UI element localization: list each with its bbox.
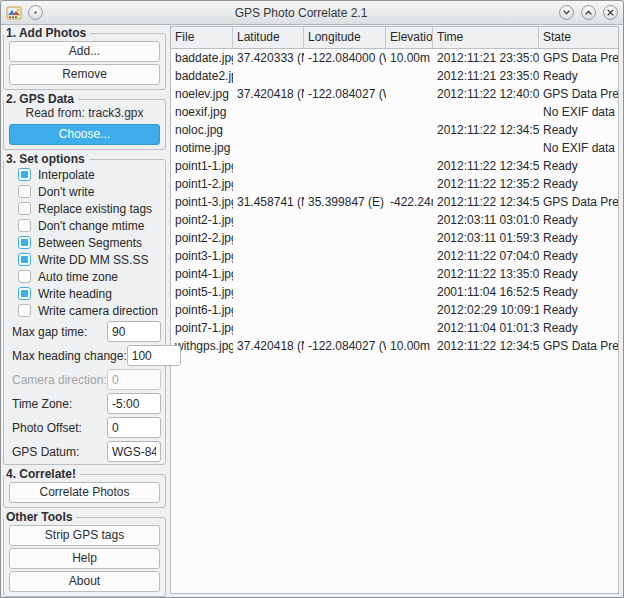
cell-file: point1-2.jpg: [171, 175, 233, 193]
table-row[interactable]: point3-1.jpg2012:11:22 07:04:00Ready: [171, 247, 618, 265]
close-button[interactable]: [603, 5, 618, 20]
checkbox-checked-icon[interactable]: [18, 287, 31, 300]
cell-elevation: [386, 157, 433, 175]
group-label-gps-data: 2. GPS Data: [4, 93, 78, 106]
cell-state: Ready: [539, 121, 618, 139]
cell-latitude: 37.420418 (N): [233, 85, 304, 103]
table-row[interactable]: notime.jpgNo EXIF data: [171, 139, 618, 157]
table-row[interactable]: point6-1.jpg2012:02:29 10:09:14Ready: [171, 301, 618, 319]
column-header-file[interactable]: File: [171, 27, 233, 48]
table-row[interactable]: point2-2.jpg2012:03:11 01:59:30Ready: [171, 229, 618, 247]
checkbox-unchecked-icon[interactable]: [18, 185, 31, 198]
cell-time: 2012:03:11 01:59:30: [433, 229, 539, 247]
option-write-heading[interactable]: Write heading: [18, 286, 162, 301]
cell-elevation: [386, 283, 433, 301]
cell-longitude: [304, 103, 386, 121]
table-row[interactable]: point2-1.jpg2012:03:11 03:01:00Ready: [171, 211, 618, 229]
option-replace-existing-tags[interactable]: Replace existing tags: [18, 201, 162, 216]
table-row[interactable]: baddate.jpg37.420333 (N)-122.084000 (W)1…: [171, 49, 618, 67]
cell-latitude: [233, 283, 304, 301]
cell-longitude: [304, 139, 386, 157]
table-row[interactable]: withgps.jpg37.420418 (N)-122.084027 (W)1…: [171, 337, 618, 355]
option-interpolate[interactable]: Interpolate: [18, 167, 162, 182]
cell-state: GPS Data Present: [539, 85, 618, 103]
group-correlate: 4. Correlate! Correlate Photos: [3, 474, 166, 508]
cell-state: GPS Data Present: [539, 337, 618, 355]
photo-offset-input[interactable]: [107, 417, 161, 438]
gps-datum-input[interactable]: [107, 441, 161, 462]
checkbox-checked-icon[interactable]: [18, 236, 31, 249]
column-header-state[interactable]: State: [539, 27, 618, 48]
checkbox-unchecked-icon[interactable]: [18, 202, 31, 215]
table-row[interactable]: point5-1.jpg2001:11:04 16:52:58Ready: [171, 283, 618, 301]
cell-file: baddate.jpg: [171, 49, 233, 67]
group-other-tools: Other Tools Strip GPS tags Help About: [3, 517, 166, 597]
column-header-elevation[interactable]: Elevation: [386, 27, 433, 48]
field-label: Max gap time:: [8, 325, 107, 339]
choose-button[interactable]: Choose...: [9, 124, 160, 145]
column-header-latitude[interactable]: Latitude: [233, 27, 304, 48]
help-button[interactable]: Help: [9, 548, 160, 569]
option-don-t-write[interactable]: Don't write: [18, 184, 162, 199]
cell-latitude: [233, 175, 304, 193]
option-between-segments[interactable]: Between Segments: [18, 235, 162, 250]
table-row[interactable]: point1-2.jpg2012:11:22 12:35:20Ready: [171, 175, 618, 193]
minimize-button[interactable]: [559, 5, 574, 20]
option-write-dd-mm-ss-ss[interactable]: Write DD MM SS.SS: [18, 252, 162, 267]
table-row[interactable]: noexif.jpgNo EXIF data: [171, 103, 618, 121]
table-row[interactable]: noelev.jpg37.420418 (N)-122.084027 (W)20…: [171, 85, 618, 103]
cell-longitude: [304, 175, 386, 193]
table-row[interactable]: noloc.jpg2012:11:22 12:34:56Ready: [171, 121, 618, 139]
about-button[interactable]: About: [9, 571, 160, 592]
checkbox-checked-icon[interactable]: [18, 168, 31, 181]
add-button[interactable]: Add...: [9, 41, 160, 62]
option-auto-time-zone[interactable]: Auto time zone: [18, 269, 162, 284]
cell-time: [433, 103, 539, 121]
maximize-button[interactable]: [581, 5, 596, 20]
checkbox-unchecked-icon[interactable]: [18, 304, 31, 317]
cell-latitude: 37.420333 (N): [233, 49, 304, 67]
window-menu-button[interactable]: [28, 5, 43, 20]
strip-gps-tags-button[interactable]: Strip GPS tags: [9, 525, 160, 546]
cell-file: point1-1.jpg: [171, 157, 233, 175]
titlebar[interactable]: GPS Photo Correlate 2.1: [1, 1, 623, 25]
cell-longitude: [304, 121, 386, 139]
table-row[interactable]: point1-1.jpg2012:11:22 12:34:56Ready: [171, 157, 618, 175]
table-row[interactable]: baddate2.jpg2012:11:21 23:35:00Ready: [171, 67, 618, 85]
checkbox-checked-icon[interactable]: [18, 253, 31, 266]
checkbox-label: Don't write: [38, 185, 94, 199]
max-gap-time-input[interactable]: [107, 321, 161, 342]
cell-file: point2-1.jpg: [171, 211, 233, 229]
camera-direction-input[interactable]: [107, 369, 161, 390]
table-row[interactable]: point1-3.jpg31.458741 (N)35.399847 (E)-4…: [171, 193, 618, 211]
cell-latitude: [233, 103, 304, 121]
table-row[interactable]: point7-1.jpg2012:11:04 01:01:30Ready: [171, 319, 618, 337]
option-don-t-change-mtime[interactable]: Don't change mtime: [18, 218, 162, 233]
window-content: 1. Add Photos Add... Remove 2. GPS Data …: [1, 25, 623, 597]
cell-time: 2012:11:22 07:04:00: [433, 247, 539, 265]
cell-latitude: [233, 67, 304, 85]
correlate-photos-button[interactable]: Correlate Photos: [9, 482, 160, 503]
table-row[interactable]: point4-1.jpg2012:11:22 13:35:00Ready: [171, 265, 618, 283]
checkbox-unchecked-icon[interactable]: [18, 270, 31, 283]
cell-elevation: 10.00m: [386, 49, 433, 67]
cell-elevation: [386, 175, 433, 193]
gps-read-from-label: Read from: track3.gpx: [7, 105, 162, 122]
group-add-photos: 1. Add Photos Add... Remove: [3, 33, 166, 90]
option-write-camera-direction[interactable]: Write camera direction: [18, 303, 162, 318]
cell-elevation: [386, 211, 433, 229]
cell-longitude: [304, 247, 386, 265]
column-header-time[interactable]: Time: [433, 27, 539, 48]
remove-button[interactable]: Remove: [9, 64, 160, 85]
checkbox-label: Replace existing tags: [38, 202, 152, 216]
time-zone-input[interactable]: [107, 393, 161, 414]
cell-latitude: [233, 319, 304, 337]
checkbox-label: Write DD MM SS.SS: [38, 253, 148, 267]
max-heading-change-input[interactable]: [127, 345, 181, 366]
cell-elevation: [386, 301, 433, 319]
cell-longitude: [304, 211, 386, 229]
cell-file: noexif.jpg: [171, 103, 233, 121]
column-header-longitude[interactable]: Longitude: [304, 27, 386, 48]
field-row-max-gap-time: Max gap time:: [8, 321, 161, 342]
checkbox-unchecked-icon[interactable]: [18, 219, 31, 232]
